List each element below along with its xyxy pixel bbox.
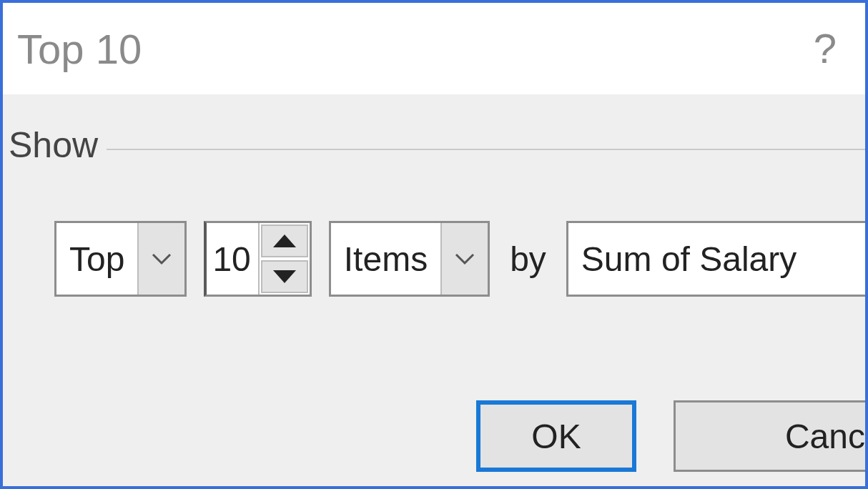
dialog-title: Top 10: [17, 25, 142, 73]
field-dropdown[interactable]: Sum of Salary: [566, 221, 865, 297]
filter-controls-row: Top 10: [54, 219, 865, 298]
spinner-up-button[interactable]: [261, 224, 308, 257]
spinner-down-button[interactable]: [261, 260, 308, 293]
count-value[interactable]: 10: [207, 223, 257, 295]
dialog-buttons: OK Canc: [476, 400, 865, 472]
dialog-titlebar: Top 10 ?: [3, 3, 865, 94]
count-spinner[interactable]: 10: [204, 221, 311, 297]
section-divider: [103, 149, 865, 150]
unit-dropdown-button[interactable]: [440, 223, 488, 295]
chevron-down-icon: [151, 248, 172, 270]
direction-dropdown[interactable]: Top: [54, 221, 187, 297]
field-value: Sum of Salary: [581, 239, 797, 279]
ok-button-label: OK: [531, 417, 581, 456]
chevron-down-icon: [454, 248, 475, 270]
triangle-up-icon: [273, 234, 296, 247]
direction-value: Top: [56, 223, 137, 295]
spinner-buttons: [258, 223, 310, 295]
cancel-button-label: Canc: [785, 417, 865, 456]
help-icon[interactable]: ?: [814, 28, 844, 69]
unit-dropdown[interactable]: Items: [329, 221, 490, 297]
show-section-label: Show: [9, 124, 107, 166]
by-label: by: [507, 239, 549, 279]
unit-value: Items: [331, 223, 440, 295]
top10-filter-dialog: Top 10 ? Show Top 10: [0, 0, 868, 489]
ok-button[interactable]: OK: [476, 400, 636, 472]
triangle-down-icon: [273, 270, 296, 283]
cancel-button[interactable]: Canc: [674, 400, 865, 472]
dialog-body: Show Top 10: [3, 94, 865, 486]
direction-dropdown-button[interactable]: [137, 223, 184, 295]
